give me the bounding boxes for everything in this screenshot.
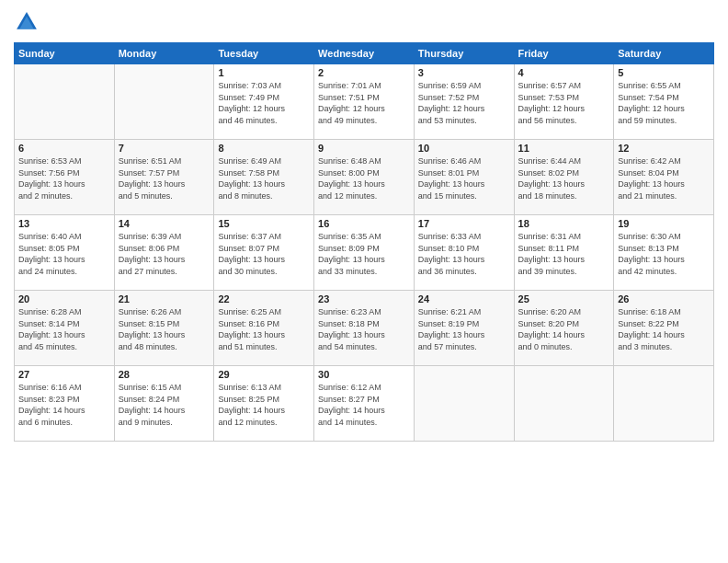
day-number: 4: [518, 67, 610, 78]
day-info: Sunrise: 6:33 AM Sunset: 8:10 PM Dayligh…: [418, 231, 510, 277]
day-info: Sunrise: 6:44 AM Sunset: 8:02 PM Dayligh…: [518, 155, 610, 201]
week-row-1: 6Sunrise: 6:53 AM Sunset: 7:56 PM Daylig…: [15, 140, 714, 215]
day-number: 17: [418, 218, 510, 229]
calendar-cell: 1Sunrise: 7:03 AM Sunset: 7:49 PM Daylig…: [214, 64, 314, 140]
day-number: 19: [618, 218, 710, 229]
calendar-cell: 24Sunrise: 6:21 AM Sunset: 8:19 PM Dayli…: [414, 291, 514, 366]
day-number: 5: [618, 67, 710, 78]
calendar-cell: 2Sunrise: 7:01 AM Sunset: 7:51 PM Daylig…: [314, 64, 415, 140]
day-number: 21: [119, 293, 210, 304]
day-info: Sunrise: 6:23 AM Sunset: 8:18 PM Dayligh…: [318, 306, 410, 352]
day-number: 13: [18, 218, 110, 229]
day-info: Sunrise: 7:01 AM Sunset: 7:51 PM Dayligh…: [318, 80, 410, 126]
day-number: 15: [218, 218, 310, 229]
day-info: Sunrise: 6:12 AM Sunset: 8:27 PM Dayligh…: [318, 382, 410, 428]
day-info: Sunrise: 6:30 AM Sunset: 8:13 PM Dayligh…: [618, 231, 710, 277]
calendar-cell: [514, 366, 614, 442]
calendar-cell: 10Sunrise: 6:46 AM Sunset: 8:01 PM Dayli…: [414, 140, 514, 215]
calendar-cell: 4Sunrise: 6:57 AM Sunset: 7:53 PM Daylig…: [514, 64, 614, 140]
col-header-tuesday: Tuesday: [214, 43, 314, 64]
day-info: Sunrise: 6:21 AM Sunset: 8:19 PM Dayligh…: [418, 306, 510, 352]
calendar-cell: 21Sunrise: 6:26 AM Sunset: 8:15 PM Dayli…: [114, 291, 214, 366]
day-info: Sunrise: 6:55 AM Sunset: 7:54 PM Dayligh…: [618, 80, 710, 126]
week-row-4: 27Sunrise: 6:16 AM Sunset: 8:23 PM Dayli…: [15, 366, 714, 442]
day-number: 7: [119, 143, 210, 154]
col-header-monday: Monday: [114, 43, 214, 64]
day-info: Sunrise: 6:53 AM Sunset: 7:56 PM Dayligh…: [18, 155, 110, 201]
day-info: Sunrise: 6:28 AM Sunset: 8:14 PM Dayligh…: [18, 306, 110, 352]
calendar-cell: 25Sunrise: 6:20 AM Sunset: 8:20 PM Dayli…: [514, 291, 614, 366]
calendar-cell: 5Sunrise: 6:55 AM Sunset: 7:54 PM Daylig…: [614, 64, 714, 140]
calendar-cell: 15Sunrise: 6:37 AM Sunset: 8:07 PM Dayli…: [214, 215, 314, 291]
day-info: Sunrise: 6:46 AM Sunset: 8:01 PM Dayligh…: [418, 155, 510, 201]
day-number: 2: [318, 67, 410, 78]
week-row-2: 13Sunrise: 6:40 AM Sunset: 8:05 PM Dayli…: [15, 215, 714, 291]
day-info: Sunrise: 6:39 AM Sunset: 8:06 PM Dayligh…: [119, 231, 210, 277]
calendar-cell: 20Sunrise: 6:28 AM Sunset: 8:14 PM Dayli…: [15, 291, 115, 366]
calendar-cell: 13Sunrise: 6:40 AM Sunset: 8:05 PM Dayli…: [15, 215, 115, 291]
day-number: 26: [618, 293, 710, 304]
calendar-cell: [614, 366, 714, 442]
day-number: 18: [518, 218, 610, 229]
day-info: Sunrise: 6:37 AM Sunset: 8:07 PM Dayligh…: [218, 231, 310, 277]
header: [14, 9, 714, 35]
day-info: Sunrise: 6:40 AM Sunset: 8:05 PM Dayligh…: [18, 231, 110, 277]
day-number: 29: [218, 369, 310, 380]
day-info: Sunrise: 6:57 AM Sunset: 7:53 PM Dayligh…: [518, 80, 610, 126]
day-number: 14: [119, 218, 210, 229]
day-info: Sunrise: 7:03 AM Sunset: 7:49 PM Dayligh…: [218, 80, 310, 126]
calendar-cell: [114, 64, 214, 140]
calendar-cell: 14Sunrise: 6:39 AM Sunset: 8:06 PM Dayli…: [114, 215, 214, 291]
day-number: 16: [318, 218, 410, 229]
day-number: 12: [618, 143, 710, 154]
day-number: 9: [318, 143, 410, 154]
calendar-cell: [414, 366, 514, 442]
day-number: 30: [318, 369, 410, 380]
calendar-cell: 3Sunrise: 6:59 AM Sunset: 7:52 PM Daylig…: [414, 64, 514, 140]
calendar-cell: 7Sunrise: 6:51 AM Sunset: 7:57 PM Daylig…: [114, 140, 214, 215]
calendar-cell: 6Sunrise: 6:53 AM Sunset: 7:56 PM Daylig…: [15, 140, 115, 215]
day-info: Sunrise: 6:25 AM Sunset: 8:16 PM Dayligh…: [218, 306, 310, 352]
day-info: Sunrise: 6:18 AM Sunset: 8:22 PM Dayligh…: [618, 306, 710, 352]
day-number: 8: [218, 143, 310, 154]
calendar-cell: 16Sunrise: 6:35 AM Sunset: 8:09 PM Dayli…: [314, 215, 415, 291]
day-number: 20: [18, 293, 110, 304]
col-header-saturday: Saturday: [614, 43, 714, 64]
calendar-cell: 12Sunrise: 6:42 AM Sunset: 8:04 PM Dayli…: [614, 140, 714, 215]
calendar-cell: 23Sunrise: 6:23 AM Sunset: 8:18 PM Dayli…: [314, 291, 415, 366]
week-row-3: 20Sunrise: 6:28 AM Sunset: 8:14 PM Dayli…: [15, 291, 714, 366]
header-row: SundayMondayTuesdayWednesdayThursdayFrid…: [15, 43, 714, 64]
calendar-cell: 17Sunrise: 6:33 AM Sunset: 8:10 PM Dayli…: [414, 215, 514, 291]
day-info: Sunrise: 6:13 AM Sunset: 8:25 PM Dayligh…: [218, 382, 310, 428]
day-info: Sunrise: 6:49 AM Sunset: 7:58 PM Dayligh…: [218, 155, 310, 201]
day-number: 10: [418, 143, 510, 154]
day-info: Sunrise: 6:59 AM Sunset: 7:52 PM Dayligh…: [418, 80, 510, 126]
day-number: 22: [218, 293, 310, 304]
day-number: 25: [518, 293, 610, 304]
logo: [14, 9, 43, 35]
day-info: Sunrise: 6:51 AM Sunset: 7:57 PM Dayligh…: [119, 155, 210, 201]
calendar-cell: 18Sunrise: 6:31 AM Sunset: 8:11 PM Dayli…: [514, 215, 614, 291]
calendar-cell: 19Sunrise: 6:30 AM Sunset: 8:13 PM Dayli…: [614, 215, 714, 291]
day-number: 3: [418, 67, 510, 78]
calendar-cell: 11Sunrise: 6:44 AM Sunset: 8:02 PM Dayli…: [514, 140, 614, 215]
week-row-0: 1Sunrise: 7:03 AM Sunset: 7:49 PM Daylig…: [15, 64, 714, 140]
day-number: 1: [218, 67, 310, 78]
calendar-cell: 28Sunrise: 6:15 AM Sunset: 8:24 PM Dayli…: [114, 366, 214, 442]
page: SundayMondayTuesdayWednesdayThursdayFrid…: [0, 0, 728, 563]
calendar-cell: 27Sunrise: 6:16 AM Sunset: 8:23 PM Dayli…: [15, 366, 115, 442]
day-number: 11: [518, 143, 610, 154]
day-info: Sunrise: 6:35 AM Sunset: 8:09 PM Dayligh…: [318, 231, 410, 277]
col-header-friday: Friday: [514, 43, 614, 64]
calendar-cell: 8Sunrise: 6:49 AM Sunset: 7:58 PM Daylig…: [214, 140, 314, 215]
day-number: 6: [18, 143, 110, 154]
day-info: Sunrise: 6:26 AM Sunset: 8:15 PM Dayligh…: [119, 306, 210, 352]
calendar-cell: 30Sunrise: 6:12 AM Sunset: 8:27 PM Dayli…: [314, 366, 415, 442]
day-info: Sunrise: 6:48 AM Sunset: 8:00 PM Dayligh…: [318, 155, 410, 201]
day-info: Sunrise: 6:16 AM Sunset: 8:23 PM Dayligh…: [18, 382, 110, 428]
day-info: Sunrise: 6:42 AM Sunset: 8:04 PM Dayligh…: [618, 155, 710, 201]
day-number: 23: [318, 293, 410, 304]
calendar-cell: 29Sunrise: 6:13 AM Sunset: 8:25 PM Dayli…: [214, 366, 314, 442]
day-info: Sunrise: 6:20 AM Sunset: 8:20 PM Dayligh…: [518, 306, 610, 352]
day-number: 28: [119, 369, 210, 380]
